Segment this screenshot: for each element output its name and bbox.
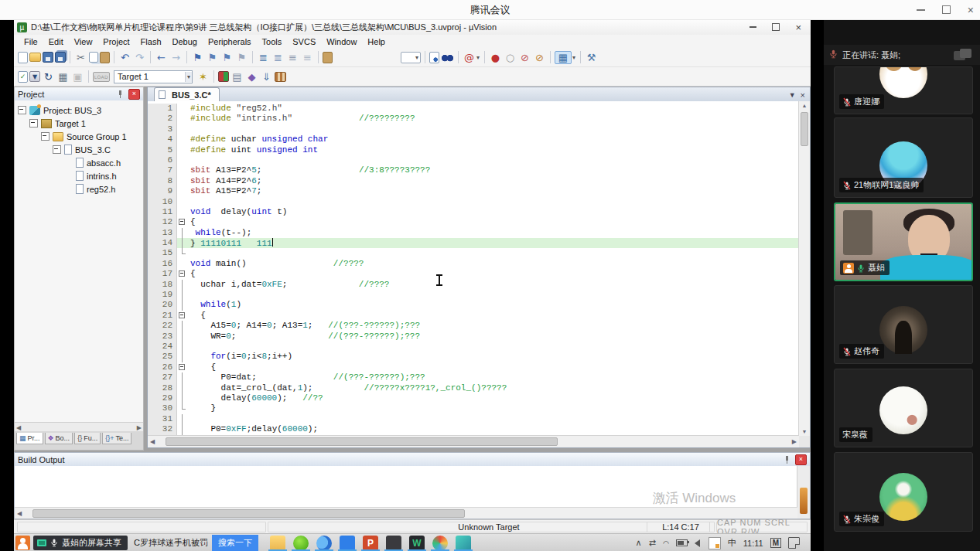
code-editor[interactable]: 1#include "reg52.h"2#include "intrins.h"… (148, 101, 799, 436)
code-text[interactable]: uchar i,dat=0xFE; //???? (187, 280, 799, 290)
fold-box-icon[interactable] (177, 217, 187, 227)
tree-item-source-group-1[interactable]: Source Group 1 (15, 130, 143, 143)
close-editor-tab-icon[interactable]: × (801, 90, 805, 100)
navigate-forward-icon[interactable]: → (169, 51, 183, 64)
volume-icon[interactable] (695, 539, 700, 547)
manage-runtime-environment-icon[interactable] (218, 71, 229, 82)
taskbar-app-file-explorer[interactable] (266, 534, 289, 551)
language-indicator[interactable]: 中 (728, 537, 736, 549)
menu-help[interactable]: Help (362, 37, 391, 46)
code-magnifier-dropdown-icon[interactable]: ▾ (476, 54, 480, 61)
editor-vscrollbar[interactable]: ▲ ▼ (798, 101, 810, 436)
meeting-member-icon[interactable] (15, 536, 30, 550)
window-layout-dropdown-icon[interactable]: ▾ (572, 54, 575, 61)
save-all-icon[interactable] (55, 52, 66, 63)
next-bookmark-icon[interactable]: ⚑ (220, 51, 234, 64)
code-text[interactable]: A15=0; A14=0; A13=1; //(???-??????);??? (187, 321, 799, 331)
menu-view[interactable]: View (69, 37, 98, 46)
tab-list-dropdown-icon[interactable]: ▼ (789, 91, 796, 99)
comment-selection-icon[interactable]: ≡ (286, 51, 299, 64)
code-text[interactable] (187, 290, 799, 300)
build-icon[interactable]: ▼ (29, 71, 40, 82)
annotate-handle[interactable] (800, 488, 808, 514)
collapse-toggle-icon[interactable] (53, 145, 61, 154)
disable-breakpoint-icon[interactable]: ○ (504, 51, 517, 64)
code-line-30[interactable]: 30 } (148, 403, 799, 413)
code-line-16[interactable]: 16void main() //???? (148, 259, 799, 269)
code-line-9[interactable]: 9sbit A15=P2^7; (148, 186, 799, 196)
scroll-right-icon[interactable]: ▶ (792, 438, 799, 445)
breakpoint-icon[interactable]: ● (489, 51, 502, 64)
indent-icon[interactable]: ≣ (257, 51, 270, 64)
close-project-panel-button[interactable]: × (128, 89, 140, 100)
collapse-toggle-icon[interactable] (41, 132, 50, 141)
new-file-icon[interactable] (18, 52, 28, 63)
window-layout-icon[interactable]: ▦ (555, 51, 572, 64)
chevron-up-icon[interactable]: ∧ (636, 538, 642, 548)
code-text[interactable]: void main() //???? (187, 259, 799, 269)
code-text[interactable]: P0=0xFF;delay(60000); (187, 424, 799, 434)
code-line-24[interactable]: 24 (148, 342, 799, 352)
wifi-icon[interactable]: ◠ (663, 539, 669, 547)
code-magnifier-icon[interactable]: @ (463, 51, 476, 64)
pin-icon[interactable] (117, 90, 124, 98)
taskbar-app-studio-dark[interactable] (382, 534, 405, 551)
menu-peripherals[interactable]: Peripherals (203, 37, 257, 46)
taskbar-app-cube-teal[interactable] (452, 534, 475, 551)
uvision-restore-icon[interactable] (772, 23, 780, 31)
code-line-12[interactable]: 12{ (148, 217, 799, 227)
code-text[interactable]: } 11110111 111 (187, 238, 799, 248)
bottom-templates-tab[interactable]: {}+Te... (102, 433, 131, 444)
previous-bookmark-icon[interactable]: ⚑ (206, 51, 219, 64)
participant-tile-6[interactable]: 朱崇俊 (834, 452, 973, 532)
minimize-icon[interactable] (917, 9, 925, 11)
redo-icon[interactable]: ↷ (133, 51, 146, 64)
screen-share-indicator[interactable]: 聂娟的屏幕共享 (33, 536, 128, 550)
code-text[interactable]: delay(60000); //?? (187, 393, 799, 403)
uncomment-selection-icon[interactable]: ≡ (301, 51, 314, 64)
menu-tools[interactable]: Tools (257, 37, 288, 46)
code-text[interactable]: WR=0; //(???-??????);??? (187, 332, 799, 342)
code-line-19[interactable]: 19 (148, 290, 799, 300)
code-line-7[interactable]: 7sbit A13=P2^5; //3:8????3???? (148, 165, 799, 175)
participant-tile-3[interactable]: 聂娟 (834, 202, 973, 281)
disable-all-breakpoints-icon[interactable]: ⊘ (518, 51, 531, 64)
code-text[interactable]: sbit A15=P2^7; (187, 186, 799, 196)
build-output-hscrollbar[interactable]: ◀ (15, 507, 797, 519)
code-line-28[interactable]: 28 dat=_crol_(dat,1); //?????x????1?,_cr… (148, 383, 799, 393)
code-text[interactable]: { (187, 269, 799, 279)
code-line-31[interactable]: 31 (148, 414, 799, 424)
multi-project-icon[interactable]: ▤ (230, 70, 244, 83)
bottom-project-tab[interactable]: ▦Pr... (16, 433, 43, 444)
code-text[interactable]: P0=dat; //(???-??????);??? (187, 372, 799, 383)
code-text[interactable] (187, 342, 799, 352)
code-text[interactable]: sbit A13=P2^5; //3:8????3???? (187, 165, 799, 175)
taskbar-app-wps-green[interactable]: W (405, 534, 429, 551)
open-folder-icon[interactable] (29, 53, 41, 62)
code-line-29[interactable]: 29 delay(60000); //?? (148, 393, 799, 403)
code-line-15[interactable]: 15 (148, 248, 799, 258)
code-line-6[interactable]: 6 (148, 155, 799, 165)
hscroll-thumb[interactable] (32, 509, 465, 518)
participant-tile-4[interactable]: 赵伟奇 (834, 285, 973, 364)
code-text[interactable]: #include "intrins.h" //????????? (187, 114, 799, 124)
code-line-3[interactable]: 3 (148, 124, 799, 134)
uvision-minimize-icon[interactable] (750, 26, 756, 28)
tab-bus3c[interactable]: BUS_3.C* (154, 87, 220, 101)
action-center-icon[interactable] (788, 537, 800, 549)
target-options-icon[interactable]: ✶ (196, 70, 210, 83)
menu-svcs[interactable]: SVCS (287, 37, 321, 46)
code-text[interactable] (187, 414, 799, 424)
code-text[interactable]: while(1) (187, 300, 799, 310)
editor-hscrollbar[interactable]: ◀ ▶ (148, 435, 799, 447)
code-text[interactable]: } (187, 403, 799, 413)
scroll-right-icon[interactable]: ▶ (137, 424, 142, 431)
ime-icon[interactable] (709, 537, 721, 549)
outdent-icon[interactable]: ≣ (271, 51, 285, 64)
toggles-icon[interactable]: ⇄ (649, 538, 656, 548)
hscroll-thumb[interactable] (166, 437, 558, 446)
menu-file[interactable]: File (19, 37, 43, 46)
bookmark-icon[interactable]: ⚑ (191, 51, 204, 64)
kill-all-breakpoints-icon[interactable]: ⊘ (533, 51, 546, 64)
taskbar-app-circles-blue[interactable] (312, 534, 336, 551)
